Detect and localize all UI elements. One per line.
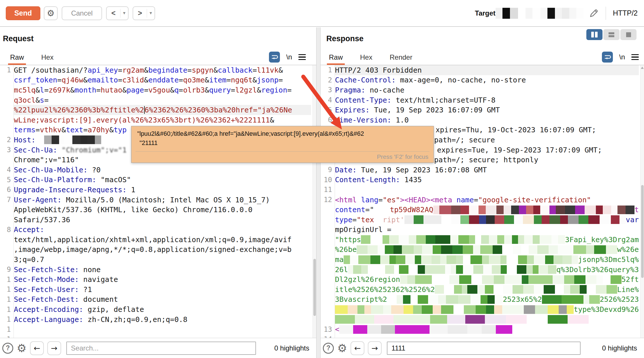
layout-single-button[interactable] [620,29,637,40]
tab-hex[interactable]: Hex [358,53,374,65]
code-row[interactable]: type="texript'var [321,215,644,225]
tooltip-divider [135,151,430,152]
code-row[interactable]: 12Sec-Fetch-Dest: document [0,295,316,305]
code-row[interactable] [321,314,644,325]
response-search-input[interactable] [387,342,581,355]
code-row[interactable]: %26bew%26e [321,245,644,255]
code-row[interactable]: 13< [321,324,644,334]
code-row[interactable]: %22lpuu2l%26%2360%3b%2ftitle%26%2362%26%… [0,105,316,115]
code-row[interactable]: Dl2gzl%26region52ft [321,274,644,284]
search-next-button[interactable]: → [47,341,61,355]
code-row[interactable]: 4Sec-Ch-Ua-Mobile: ?0 [0,165,316,175]
code-row[interactable]: 9Sec-Fetch-Site: none [0,265,316,275]
code-row[interactable]: 26lq%3Dolrb3%26query%3 [321,265,644,275]
send-settings-gear-button[interactable]: ⚙ [44,6,58,20]
tab-raw[interactable]: Raw [8,53,26,65]
response-editor[interactable]: 1HTTP/2 403 Forbidden2Cache-Control: max… [321,65,644,338]
code-row[interactable]: 4Content-Type: text/html;charset=UTF-8 [321,95,644,105]
code-row[interactable]: 5Expires: Tue, 19 Sep 2023 16:07:09 GMT [321,105,644,115]
line-number-gutter: 4 [0,165,14,175]
code-row[interactable]: itle%2526%252362%2526%2Line% [321,284,644,295]
search-settings-gear-icon[interactable]: ⚙ [337,343,347,354]
word-wrap-icon[interactable] [602,52,613,63]
layout-columns-button[interactable] [586,29,602,40]
code-text: = [352,216,357,224]
newline-toggle[interactable]: \n [619,53,625,61]
code-row[interactable]: 7User-Agent: Mozilla/5.0 (Macintosh; Int… [0,195,316,205]
code-row[interactable]: 13Accept-Encoding: gzip, deflate [0,304,316,314]
panel-splitter[interactable] [316,27,321,358]
request-editor[interactable]: 1GET /southasian/?api_key=rg2am&begindat… [0,65,316,338]
tab-render[interactable]: Render [388,53,415,65]
code-text: %26be [335,245,357,254]
code-text: & [35,86,40,94]
line-number: 15 [7,325,11,333]
code-row[interactable]: 2Cache-Control: max-age=0, no-cache, no-… [321,75,644,85]
response-scrollbar[interactable] [640,65,644,338]
scrollbar-thumb[interactable] [641,185,644,278]
chevron-down-icon[interactable]: ▼ [120,11,128,15]
edit-pencil-icon[interactable] [588,8,599,19]
code-row[interactable]: ,image/webp,image/apng,*/*;q=0.8,applica… [0,245,316,255]
code-row[interactable]: mc5lq&l=z697k&month=hutao&page=v5gou&q=o… [0,85,316,95]
help-icon[interactable]: ? [323,343,334,354]
code-text: = [44,96,48,104]
code-row[interactable]: 11 [321,185,644,195]
line-number-gutter: 9 [0,265,14,275]
code-row[interactable]: csrf_token=qj46w&emailto=c3lid&enddate=q… [0,75,316,85]
code-text: = [253,66,257,74]
code-row[interactable]: 8Accept: [0,225,316,235]
code-row[interactable]: 6Mime-Version: 1.0 [321,115,644,125]
request-search-input[interactable] [66,342,256,355]
word-wrap-icon[interactable] [269,52,280,63]
cancel-button[interactable]: Cancel [62,6,102,20]
code-row[interactable]: majsonp%3Dmc5lq% [321,255,644,265]
chevron-down-icon[interactable]: ▼ [147,11,155,15]
code-row[interactable]: 1GET /southasian/?api_key=rg2am&begindat… [0,65,316,75]
request-scrollbar[interactable] [312,65,316,338]
code-line: <html lang="es"><HEAD><meta name="google… [335,195,639,205]
code-row[interactable]: 14Accept-Language: zh-CN,zh;q=0.9,en;q=0… [0,314,316,325]
code-row[interactable]: q3ocl&s= [0,95,316,105]
code-line [335,334,639,338]
scrollbar-thumb[interactable] [313,259,316,316]
code-row[interactable]: 11Sec-Fetch-User: ?1 [0,284,316,295]
tab-hex[interactable]: Hex [39,53,56,65]
code-row[interactable]: type%3Devxd9%26 [321,304,644,314]
code-row[interactable]: AppleWebKit/537.36 (KHTML, like Gecko) C… [0,205,316,215]
menu-icon[interactable] [298,54,306,60]
code-row[interactable]: 3;q=0.7 [0,255,316,265]
code-row[interactable]: 9Date: Tue, 19 Sep 2023 16:07:08 GMT [321,165,644,175]
newline-toggle[interactable]: \n [286,53,292,61]
help-icon[interactable]: ? [2,343,13,354]
code-row[interactable]: 1HTTP/2 403 Forbidden [321,65,644,75]
code-row[interactable]: 15 [0,324,316,334]
menu-icon[interactable] [631,54,639,60]
code-row[interactable]: 10Content-Length: 1435 [321,175,644,185]
code-row[interactable]: Safari/537.36 [0,215,316,225]
code-row[interactable]: text/html,application/xhtml+xml,applicat… [0,235,316,245]
tab-raw[interactable]: Raw [327,53,345,65]
scrollbar-up-icon[interactable] [641,67,644,69]
code-row[interactable]: "https3Fapi_key%3Drg2am [321,235,644,245]
send-button[interactable]: Send [6,6,40,20]
search-prev-button[interactable]: ← [351,341,364,355]
code-row[interactable]: 14 [321,334,644,338]
layout-rows-button[interactable] [603,29,619,40]
history-back-button[interactable]: < ▼ [106,6,129,20]
search-settings-gear-icon[interactable]: ⚙ [17,343,27,354]
code-row[interactable]: 3Pragma: no-cache [321,85,644,95]
code-row[interactable]: 6Upgrade-Insecure-Requests: 1 [0,185,316,195]
code-row[interactable]: 5Sec-Ch-Ua-Platform: "macOS" [0,175,316,185]
code-row[interactable]: 3Bvascript%22523x65%22526%2523 [321,295,644,305]
code-row[interactable]: 12<html lang="es"><HEAD><meta name="goog… [321,195,644,205]
code-row[interactable]: content="tp59dW82AQt [321,205,644,215]
search-next-button[interactable]: → [368,341,382,355]
code-row[interactable]: 10Sec-Fetch-Mode: navigate [0,274,316,284]
code-row[interactable]: wLine;vascript:[9].every(al%26%23x65%3br… [0,115,316,125]
code-row[interactable]: mpOriginUrl = [321,225,644,235]
code-row[interactable]: 16 [0,334,316,338]
search-prev-button[interactable]: ← [30,341,44,355]
line-number-gutter: 16 [0,334,14,338]
history-forward-button[interactable]: > ▼ [133,6,155,20]
